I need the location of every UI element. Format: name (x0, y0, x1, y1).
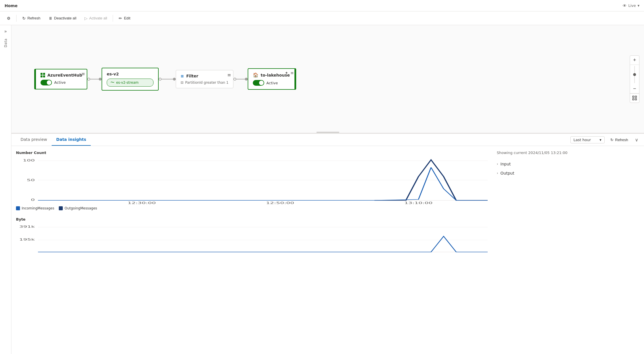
live-label: Live (628, 3, 636, 8)
number-count-chart: 100 50 0 (16, 158, 488, 204)
stream-node[interactable]: es-v2 〜 es-v2-stream (102, 68, 159, 91)
sidebar-data-label: Data (4, 39, 8, 47)
byte-title: Byte (16, 217, 488, 221)
filter-node-menu[interactable]: ≡ (227, 72, 231, 78)
byte-chart-svg: 391k 195k (16, 225, 488, 253)
svg-text:12:30:00: 12:30:00 (128, 201, 156, 204)
insights-content: Number Count 100 50 0 (11, 146, 644, 354)
settings-button[interactable]: ⚙ (3, 14, 14, 22)
stream-node-title: es-v2 (107, 72, 119, 76)
destination-settings-icon[interactable]: ✦ (285, 71, 288, 75)
destination-actions: ✦ ≡ (285, 71, 294, 75)
showing-text: Showing current 2024/11/05 13:21:00 (497, 151, 639, 155)
stream-inner: 〜 es-v2-stream (107, 79, 154, 87)
source-node-header: AzureEventHub (41, 73, 82, 77)
tab-data-insights[interactable]: Data insights (52, 134, 91, 146)
source-node-menu[interactable]: ≡ (81, 71, 85, 77)
destination-icon: 🏠 (253, 72, 259, 78)
incoming-legend: IncomingMessages (16, 206, 54, 210)
filter-node-box: ≡ Filter ⊟ PartitionId greater than 1 ≡ (176, 70, 233, 88)
stream-node-box: es-v2 〜 es-v2-stream (102, 68, 159, 91)
canvas-area: AzureEventHub Active ≡ (11, 25, 644, 354)
source-active-label: Active (54, 80, 66, 85)
title-bar: Home 👁 Live ▾ (0, 0, 644, 11)
zoom-controls: + − (630, 55, 639, 103)
zoom-in-button[interactable]: + (630, 56, 639, 65)
connector-dot-2a (159, 78, 161, 81)
toolbar-divider-2 (113, 15, 113, 22)
source-toggle[interactable]: Active (41, 80, 82, 85)
filter-condition: ⊟ PartitionId greater than 1 (181, 81, 229, 85)
zoom-fit-button[interactable] (630, 93, 639, 103)
outgoing-label: OutgoingMessages (64, 206, 97, 210)
activate-all-button[interactable]: ▷ Activate all (81, 14, 111, 22)
filter-icon: ≡ (181, 74, 184, 78)
eye-icon: 👁 (623, 3, 627, 8)
filter-node[interactable]: ≡ Filter ⊟ PartitionId greater than 1 ≡ (176, 70, 233, 88)
insights-refresh-icon: ↻ (610, 138, 613, 142)
connector-2 (159, 78, 176, 81)
connector-dot-3b (245, 78, 248, 81)
input-expandable[interactable]: › Input (497, 159, 639, 169)
bottom-panel: Data preview Data insights Last hour ▾ ↻… (11, 134, 644, 354)
chart-legend: IncomingMessages OutgoingMessages (16, 206, 488, 210)
svg-rect-0 (633, 96, 634, 97)
azure-event-hub-icon (41, 73, 45, 77)
destination-node[interactable]: 🏠 to-lakehouse Active ✦ ≡ (248, 68, 296, 90)
main-layout: » Data (0, 25, 644, 354)
source-toggle-switch[interactable] (41, 80, 52, 85)
scroll-divider[interactable] (316, 132, 339, 133)
stream-name: es-v2-stream (116, 81, 139, 85)
refresh-label: Refresh (27, 16, 41, 20)
number-count-title: Number Count (16, 151, 488, 155)
svg-text:13:10:00: 13:10:00 (404, 201, 433, 204)
deactivate-label: Deactivate all (54, 16, 76, 20)
toolbar: ⚙ ↻ Refresh ⏸ Deactivate all ▷ Activate … (0, 11, 644, 25)
activate-icon: ▷ (84, 16, 88, 21)
tabs-left: Data preview Data insights (16, 134, 91, 146)
connector-line-1 (90, 79, 99, 79)
byte-section: Byte 391k 195k (16, 217, 488, 253)
output-expandable[interactable]: › Output (497, 169, 639, 178)
connector-dot-2b (173, 78, 176, 81)
stream-icon: 〜 (110, 80, 114, 85)
chart-section: Number Count 100 50 0 (16, 151, 488, 349)
live-indicator[interactable]: 👁 Live ▾ (623, 3, 639, 8)
refresh-button[interactable]: ↻ Refresh (19, 14, 44, 22)
zoom-out-button[interactable]: − (630, 84, 639, 93)
edit-button[interactable]: ✏ Edit (115, 14, 134, 22)
live-dropdown-icon: ▾ (637, 3, 639, 8)
destination-toggle-switch[interactable] (253, 80, 264, 86)
sidebar-expand-button[interactable]: » (4, 29, 7, 34)
outgoing-legend: OutgoingMessages (59, 206, 97, 210)
time-select-dropdown[interactable]: Last hour ▾ (570, 136, 605, 143)
connector-1 (87, 78, 102, 81)
settings-icon: ⚙ (7, 16, 11, 21)
connector-dot-1b (99, 78, 102, 81)
filter-node-title: Filter (186, 74, 198, 78)
sidebar: » Data (0, 25, 11, 354)
filter-node-header: ≡ Filter (181, 74, 229, 78)
source-node-box: AzureEventHub Active ≡ (34, 69, 87, 89)
insights-refresh-button[interactable]: ↻ Refresh (607, 137, 632, 143)
svg-rect-1 (635, 96, 637, 97)
insights-refresh-label: Refresh (615, 138, 628, 142)
source-node-title: AzureEventHub (47, 73, 82, 77)
zoom-fit-icon (632, 96, 637, 100)
connector-3 (233, 78, 248, 81)
destination-toggle[interactable]: Active (253, 80, 290, 86)
zoom-slider-thumb[interactable] (633, 73, 636, 76)
refresh-icon: ↻ (22, 16, 26, 21)
connector-line-3 (236, 79, 245, 79)
connector-dot-1a (87, 78, 90, 81)
source-node[interactable]: AzureEventHub Active ≡ (34, 69, 87, 89)
tab-data-preview[interactable]: Data preview (16, 134, 52, 146)
pipeline-canvas: AzureEventHub Active ≡ (11, 25, 644, 134)
deactivate-all-button[interactable]: ⏸ Deactivate all (45, 14, 80, 22)
destination-menu-icon[interactable]: ≡ (290, 71, 294, 75)
incoming-label: IncomingMessages (22, 206, 54, 210)
outgoing-color (59, 206, 63, 210)
app-title: Home (5, 3, 17, 8)
collapse-button[interactable]: ∨ (634, 136, 639, 144)
edit-icon: ✏ (119, 16, 122, 21)
